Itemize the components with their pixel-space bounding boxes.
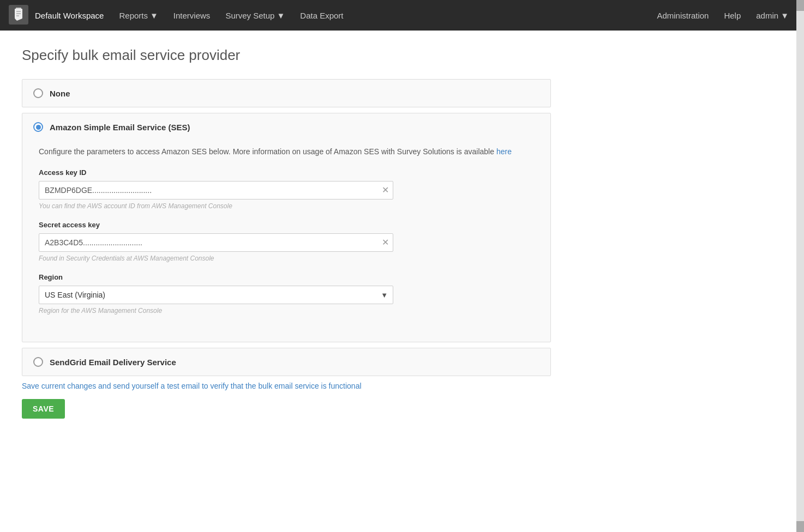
option-card-sendgrid: SendGrid Email Delivery Service	[22, 348, 551, 376]
reports-dropdown-icon: ▼	[150, 11, 158, 20]
scrollbar-thumb-top[interactable]	[796, 0, 804, 11]
access-key-wrapper: ✕	[39, 181, 393, 200]
ses-description: Configure the parameters to access Amazo…	[39, 146, 534, 158]
option-label-sendgrid: SendGrid Email Delivery Service	[50, 358, 176, 367]
secret-key-wrapper: ✕	[39, 233, 393, 252]
option-header-ses[interactable]: Amazon Simple Email Service (SES)	[22, 113, 550, 141]
nav-left: Default Workspace Reports ▼ Interviews S…	[28, 7, 650, 25]
access-key-label: Access key ID	[39, 168, 534, 177]
save-test-link[interactable]: Save current changes and send yourself a…	[22, 382, 551, 390]
field-group-secret-key: Secret access key ✕ Found in Security Cr…	[39, 221, 534, 262]
option-header-sendgrid[interactable]: SendGrid Email Delivery Service	[22, 348, 550, 376]
access-key-input[interactable]	[39, 181, 393, 200]
nav-item-reports[interactable]: Reports ▼	[112, 7, 164, 25]
ses-description-link[interactable]: here	[496, 147, 512, 156]
secret-key-hint: Found in Security Credentials at AWS Man…	[39, 255, 534, 262]
page-title: Specify bulk email service provider	[22, 47, 551, 64]
region-select-wrapper: US East (Virginia)US West (Oregon)EU (Ir…	[39, 286, 393, 304]
nav-item-survey-setup[interactable]: Survey Setup ▼	[219, 7, 291, 25]
save-button[interactable]: SAVE	[22, 399, 65, 419]
secret-key-label: Secret access key	[39, 221, 534, 229]
nav-item-help[interactable]: Help	[717, 7, 747, 25]
region-label: Region	[39, 273, 534, 281]
main-content: Specify bulk email service provider None…	[0, 31, 573, 435]
navbar: Default Workspace Reports ▼ Interviews S…	[0, 0, 804, 31]
scrollbar-track	[796, 0, 804, 435]
admin-dropdown-icon: ▼	[781, 11, 789, 20]
secret-key-input[interactable]	[39, 233, 393, 252]
logo[interactable]	[9, 5, 28, 26]
access-key-clear-button[interactable]: ✕	[382, 186, 389, 195]
field-group-region: Region US East (Virginia)US West (Oregon…	[39, 273, 534, 315]
option-label-ses: Amazon Simple Email Service (SES)	[50, 123, 190, 132]
option-body-ses: Configure the parameters to access Amazo…	[22, 141, 550, 342]
option-card-none: None	[22, 79, 551, 107]
nav-item-default-workspace[interactable]: Default Workspace	[28, 7, 110, 25]
nav-item-admin[interactable]: admin ▼	[749, 7, 795, 25]
secret-key-clear-button[interactable]: ✕	[382, 238, 389, 247]
survey-setup-dropdown-icon: ▼	[277, 11, 285, 20]
field-group-access-key: Access key ID ✕ You can find the AWS acc…	[39, 168, 534, 210]
option-card-ses: Amazon Simple Email Service (SES) Config…	[22, 113, 551, 342]
option-header-none[interactable]: None	[22, 80, 550, 107]
nav-right: Administration Help admin ▼	[650, 7, 795, 25]
radio-sendgrid[interactable]	[33, 357, 43, 367]
access-key-hint: You can find the AWS account ID from AWS…	[39, 202, 534, 210]
nav-item-administration[interactable]: Administration	[650, 7, 715, 25]
radio-none[interactable]	[33, 88, 43, 98]
radio-ses[interactable]	[33, 122, 43, 132]
nav-item-data-export[interactable]: Data Export	[293, 7, 350, 25]
region-hint: Region for the AWS Management Console	[39, 307, 534, 315]
nav-item-interviews[interactable]: Interviews	[167, 7, 217, 25]
option-label-none: None	[50, 89, 70, 98]
region-select[interactable]: US East (Virginia)US West (Oregon)EU (Ir…	[39, 286, 393, 304]
